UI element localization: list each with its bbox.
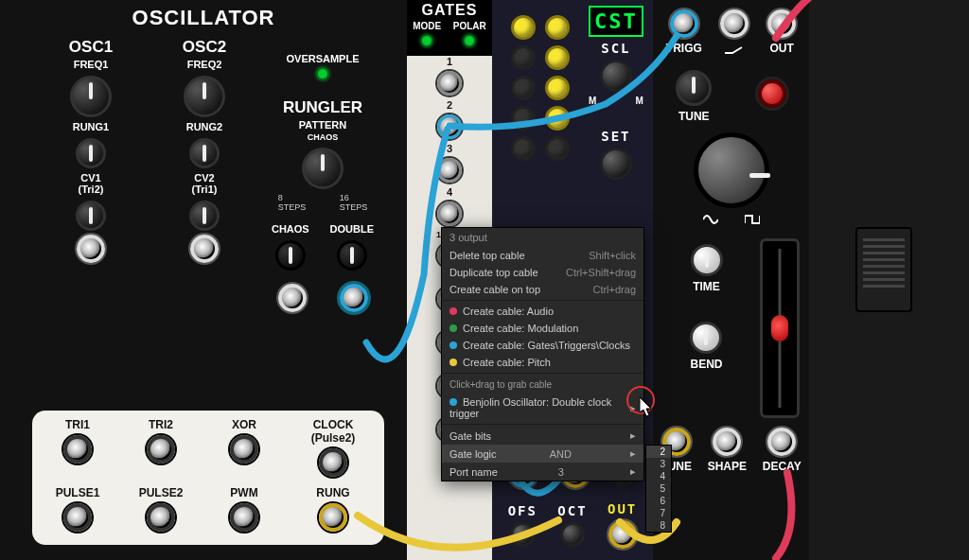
menu-port-name[interactable]: Port name3 — [442, 463, 643, 481]
submenu-2[interactable]: 2 — [646, 446, 671, 458]
gates-mode-label: MODE — [413, 21, 441, 31]
led-2-2 — [545, 45, 570, 70]
pwm-jack[interactable] — [230, 503, 258, 532]
menu-create-on-top[interactable]: Create cable on topCtrl+drag — [442, 281, 643, 298]
submenu-7[interactable]: 7 — [646, 507, 671, 519]
chaos-button[interactable] — [275, 240, 306, 271]
cv2-jack[interactable] — [190, 235, 219, 263]
pulse1-label: PULSE1 — [50, 486, 105, 499]
led-4-2 — [545, 106, 570, 131]
tri2-jack[interactable] — [147, 435, 175, 464]
mod-color-icon — [449, 324, 457, 332]
gate-4-label: 4 — [447, 186, 452, 198]
oscillator-title: OSCILLATOR — [0, 6, 407, 30]
pwm-label: PWM — [217, 486, 272, 499]
m1-label: M — [589, 96, 596, 106]
gates-color-icon — [449, 341, 457, 349]
led-1-2 — [545, 15, 570, 40]
mid-jack[interactable] — [720, 9, 749, 38]
menu-cable-gates[interactable]: Create cable: Gates\Triggers\Clocks — [442, 337, 643, 354]
scl-knob[interactable] — [600, 60, 632, 92]
led-4-1 — [511, 106, 536, 131]
cst-out-jack[interactable] — [608, 520, 637, 549]
cst-led-grid — [498, 6, 583, 184]
trigg-jack[interactable] — [670, 9, 698, 38]
rung-jack[interactable] — [319, 503, 347, 532]
time-knob[interactable] — [691, 244, 723, 276]
shape-jack[interactable] — [713, 428, 741, 456]
set-knob[interactable] — [600, 148, 632, 180]
steps16-label: 16 STEPS — [340, 193, 368, 212]
ramp-icon — [720, 42, 749, 53]
gate-2-jack[interactable] — [437, 114, 462, 139]
pattern-knob[interactable] — [302, 148, 344, 189]
oversample-led[interactable] — [317, 68, 328, 79]
menu-duplicate-cable[interactable]: Duplicate top cableCtrl+Shift+drag — [442, 264, 643, 281]
xor-jack[interactable] — [230, 435, 258, 464]
context-menu[interactable]: 3 output Delete top cableShift+click Dup… — [441, 227, 644, 481]
rack-rail-right — [855, 227, 912, 312]
freq1-knob[interactable] — [70, 76, 112, 117]
tri1-jack[interactable] — [63, 435, 92, 464]
led-5-2 — [545, 136, 570, 161]
oct-knob[interactable] — [560, 522, 585, 547]
gate-logic-submenu[interactable]: 2 3 4 5 6 7 8 — [645, 445, 672, 533]
gates-polar-led[interactable] — [464, 35, 475, 46]
gate-1-jack[interactable] — [437, 71, 462, 96]
clock-jack[interactable] — [319, 448, 347, 477]
ofs-label: OFS — [508, 503, 537, 518]
osc2-label: OSC2 — [148, 38, 261, 57]
rung1-knob[interactable] — [76, 138, 106, 168]
submenu-6[interactable]: 6 — [646, 495, 671, 507]
led-3-1 — [511, 76, 536, 100]
chaos-jack[interactable] — [278, 284, 307, 312]
submenu-5[interactable]: 5 — [646, 482, 671, 495]
cv2-knob[interactable] — [189, 201, 220, 231]
set-label: SET — [589, 129, 643, 144]
steps8-label: 8 STEPS — [278, 193, 307, 212]
oct-label: OCT — [557, 503, 587, 518]
led-2-1 — [511, 45, 536, 70]
tri1-label: TRI1 — [50, 418, 105, 431]
chaos-sub-label: CHAOS — [261, 132, 384, 142]
menu-existing-cable[interactable]: Benjolin Oscillator: Double clock trigge… — [442, 394, 643, 422]
trigger-button[interactable] — [758, 79, 786, 108]
ofs-knob[interactable] — [510, 522, 535, 547]
menu-cable-mod[interactable]: Create cable: Modulation — [442, 320, 643, 337]
xor-label: XOR — [217, 418, 272, 431]
envelope-module: TRIGG OUT TUNE TIME BEND TUNE SHAPE DECA… — [653, 0, 809, 560]
tune-label: TUNE — [676, 110, 712, 123]
decay-slider[interactable] — [760, 238, 800, 418]
double-jack[interactable] — [340, 284, 368, 312]
tune-knob[interactable] — [676, 70, 712, 106]
cv1-jack[interactable] — [77, 235, 105, 263]
gate-4-jack[interactable] — [437, 201, 462, 226]
submenu-3[interactable]: 3 — [646, 458, 671, 470]
context-hint: Click+drag to grab cable — [442, 376, 643, 394]
rung2-knob[interactable] — [189, 138, 220, 168]
pitch-color-icon — [449, 359, 457, 366]
pulse2-jack[interactable] — [147, 503, 175, 532]
rung1-label: RUNG1 — [34, 121, 148, 132]
gates-mode-led[interactable] — [421, 35, 432, 46]
cst-logo: CST — [589, 6, 643, 37]
main-knob[interactable] — [694, 132, 769, 208]
menu-gate-bits[interactable]: Gate bits — [442, 427, 643, 445]
menu-cable-audio[interactable]: Create cable: Audio — [442, 303, 643, 320]
submenu-4[interactable]: 4 — [646, 470, 671, 482]
decay-jack[interactable] — [767, 428, 796, 456]
gate-3-jack[interactable] — [437, 158, 462, 183]
freq2-knob[interactable] — [184, 76, 225, 117]
pulse1-jack[interactable] — [63, 503, 92, 532]
oscillator-module: OSCILLATOR OSC1 FREQ1 RUNG1 CV1 (Tri2) O… — [0, 0, 407, 560]
double-button[interactable] — [337, 240, 367, 271]
slider-handle[interactable] — [771, 315, 788, 341]
menu-delete-cable[interactable]: Delete top cableShift+click — [442, 247, 643, 264]
bend-knob[interactable] — [690, 322, 722, 354]
gate-3-label: 3 — [447, 143, 452, 154]
submenu-8[interactable]: 8 — [646, 519, 671, 532]
cv1-knob[interactable] — [76, 201, 106, 231]
menu-cable-pitch[interactable]: Create cable: Pitch — [442, 354, 643, 371]
menu-gate-logic[interactable]: Gate logicAND 2 3 4 5 6 7 8 — [442, 445, 643, 463]
env-out-jack[interactable] — [767, 9, 796, 38]
